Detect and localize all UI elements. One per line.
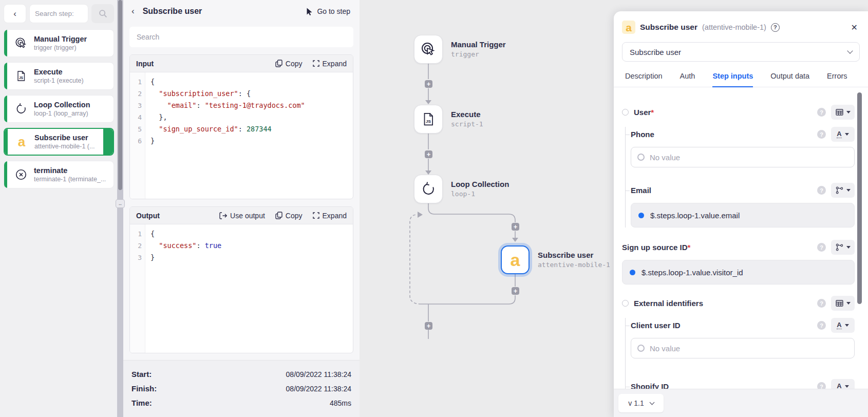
help-icon[interactable]: ? [817,299,826,308]
operation-value: Subscribe user [630,48,681,56]
sidebar-scrollbar-thumb[interactable] [118,0,122,190]
add-step-button[interactable]: + [425,150,432,158]
jsonpath-branch-icon [836,186,843,194]
empty-value-icon [637,345,645,352]
expand-label: Expand [323,60,347,68]
shopify-id-type-selector[interactable]: A [831,379,855,389]
help-icon[interactable]: ? [817,243,826,252]
tab-output-data[interactable]: Output data [770,72,809,87]
add-step-button[interactable]: + [425,322,432,330]
tab-auth[interactable]: Auth [680,72,695,87]
finish-time-row: Finish: 08/09/2022 11:38:24 [131,382,351,396]
add-step-button[interactable]: + [425,80,432,88]
step-title: terminate [34,166,106,175]
phone-type-selector[interactable]: A [831,127,855,142]
add-step-button[interactable]: + [512,223,519,231]
phone-field-row: Phone ? A [631,127,855,142]
inspector-header: a Subscribe user (attentive-mobile-1) ? … [614,11,868,34]
phone-text-input[interactable] [650,153,848,162]
email-field-row: Email ? [631,183,855,198]
run-log-search-input[interactable] [129,27,353,47]
sidebar-step-subscribe-user[interactable]: a Subscribe user attentive-mobile-1 (... [4,128,114,156]
chevron-down-icon [649,400,654,405]
workflow-canvas[interactable]: + + + + + Manual Trigger trigger JS Exec… [360,0,868,417]
attentive-icon: a [13,135,30,148]
email-label: Email [631,186,651,195]
client-user-id-input[interactable] [631,338,855,358]
email-value-field[interactable]: $.steps.loop-1.value.email [631,203,855,228]
step-status-bar [4,63,7,89]
go-to-step-label: Go to step [317,7,350,15]
close-icon[interactable]: ✕ [851,23,858,32]
run-log-header: ‹ Subscribe user Go to step [123,0,360,23]
loop-icon [12,102,30,116]
copy-output-button[interactable]: Copy [275,212,303,220]
version-value: v 1.1 [628,399,644,407]
add-step-button[interactable]: + [512,287,519,295]
help-icon[interactable]: ? [817,321,826,330]
use-output-icon [219,212,227,219]
expand-input-button[interactable]: Expand [313,60,347,68]
input-code-editor[interactable]: 1 2 3 4 5 6 { "subscription_user": { "em… [130,72,353,199]
use-output-button[interactable]: Use output [219,212,265,220]
step-search-input[interactable] [29,4,88,23]
input-panel-title: Input [136,60,154,68]
copy-input-button[interactable]: Copy [275,60,303,68]
step-inputs-form: User* ? Phone ? [614,87,868,389]
sidebar-splitter[interactable]: ↔ [117,0,123,417]
step-subtitle: attentive-mobile-1 (... [34,143,95,150]
email-type-selector[interactable] [831,183,855,198]
tab-description[interactable]: Description [625,72,663,87]
help-icon[interactable]: ? [817,108,826,117]
node-label: Execute script-1 [451,110,483,128]
expand-icon [313,60,319,67]
caret-down-icon [845,133,849,136]
sidebar-step-manual-trigger[interactable]: Manual Trigger trigger (trigger) [4,29,114,57]
source-id-type-selector[interactable] [831,240,855,255]
attentive-icon: a [511,251,520,269]
client-user-id-text-input[interactable] [650,344,848,353]
step-inspector-panel: a Subscribe user (attentive-mobile-1) ? … [614,11,868,417]
node-subscribe-user[interactable]: a [501,245,530,274]
help-icon[interactable]: ? [771,23,780,32]
expand-label: Expand [323,212,347,220]
steps-sidebar: ‹ Manual Trigger trigger (trigger) [0,0,117,417]
help-icon[interactable]: ? [817,382,826,389]
node-manual-trigger[interactable] [414,35,443,64]
loop-icon [420,181,437,197]
copy-label: Copy [286,60,303,68]
sidebar-back-button[interactable]: ‹ [4,4,26,23]
phone-input[interactable] [631,147,855,167]
splitter-drag-handle[interactable]: ↔ [116,199,125,208]
expand-output-button[interactable]: Expand [313,212,347,220]
back-icon[interactable]: ‹ [131,6,135,16]
client-user-id-label: Client user ID [631,321,681,330]
tab-step-inputs[interactable]: Step inputs [712,72,753,87]
js-file-icon: JS [421,111,436,127]
sidebar-step-loop-collection[interactable]: Loop Collection loop-1 (loop_array) [4,95,114,123]
help-icon[interactable]: ? [817,186,826,195]
terminate-icon [12,168,30,181]
node-execute[interactable]: JS [414,105,443,134]
connector-version-select[interactable]: v 1.1 [618,394,664,412]
user-type-selector[interactable] [831,105,855,120]
text-type-icon: A [837,321,841,329]
operation-select[interactable]: Subscribe user [622,42,860,62]
tab-errors[interactable]: Errors [827,72,847,87]
node-loop-collection[interactable] [414,175,443,203]
panel-scrollbar-thumb[interactable] [857,92,862,304]
output-code-editor[interactable]: 1 2 3 { "success": true } [130,224,353,353]
client-user-id-type-selector[interactable]: A [831,318,855,333]
sidebar-step-execute[interactable]: JS Execute script-1 (execute) [4,62,114,90]
source-id-value-field[interactable]: $.steps.loop-1.value.visitor_id [622,260,855,285]
sidebar-step-terminate[interactable]: terminate terminate-1 (terminate_... [4,161,114,188]
help-icon[interactable]: ? [817,130,826,139]
step-status-bar [5,129,8,155]
step-title: Manual Trigger [34,35,87,43]
go-to-step-button[interactable]: Go to step [306,7,350,15]
user-radio[interactable] [622,109,629,116]
step-title: Loop Collection [34,101,90,109]
external-type-selector[interactable] [831,296,855,311]
step-search-button[interactable] [91,4,114,23]
external-identifiers-radio[interactable] [622,300,629,307]
